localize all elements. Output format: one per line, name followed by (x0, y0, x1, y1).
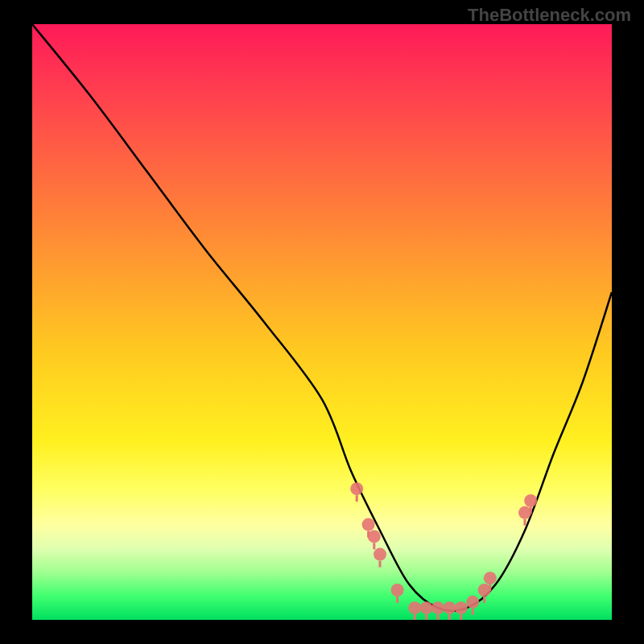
chart-container: TheBottleneck.com (0, 0, 644, 644)
data-marker (368, 530, 381, 543)
data-marker (466, 596, 479, 609)
data-marker (420, 601, 433, 614)
data-marker (524, 494, 537, 507)
data-marker (362, 518, 375, 531)
data-marker (484, 572, 497, 584)
data-marker (431, 601, 444, 614)
data-marker (408, 601, 421, 614)
plot-area (32, 24, 612, 620)
watermark-text: TheBottleneck.com (468, 5, 631, 26)
data-marker (455, 601, 468, 614)
data-markers (350, 482, 537, 620)
data-marker (443, 601, 456, 614)
data-marker (478, 584, 491, 597)
chart-svg (32, 24, 612, 620)
data-marker (374, 548, 386, 561)
data-marker (350, 482, 363, 495)
data-marker (518, 506, 531, 519)
data-marker (391, 584, 404, 597)
